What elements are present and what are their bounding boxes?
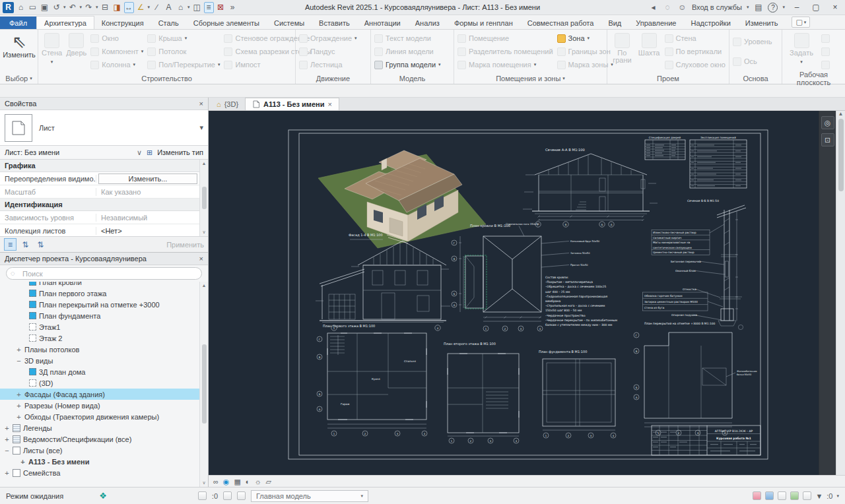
tree-group-schedules[interactable]: +Ведомости/Спецификации (все)	[0, 433, 208, 445]
scale-icon[interactable]: ∞	[213, 476, 219, 487]
tab-insert[interactable]: Вставить	[312, 16, 357, 29]
tab-massing[interactable]: Формы и генплан	[447, 16, 520, 29]
sheet-title-block[interactable]: АГПЗиС КР В10.2КЖ – АР Курсовая работа №…	[652, 425, 760, 455]
view-tab-close-icon[interactable]: ×	[328, 100, 332, 108]
room-button[interactable]: Помещение	[457, 33, 553, 44]
close-hidden-windows-icon[interactable]: ⊠	[216, 2, 226, 13]
tab-systems[interactable]: Системы	[267, 16, 312, 29]
tree-item-view[interactable]: 3Д план дома	[0, 366, 208, 377]
filter-icon[interactable]: ▼	[815, 492, 823, 500]
tree-group-elevations[interactable]: +Фасады (Фасад здания)	[0, 389, 208, 400]
app-store-icon[interactable]: ▤	[753, 2, 763, 13]
steering-wheel-icon[interactable]: ◎	[821, 116, 834, 129]
press-drag-icon[interactable]	[765, 491, 774, 500]
edit-type-button[interactable]: Изменить тип	[157, 148, 203, 156]
apply-button[interactable]: Применить	[166, 241, 204, 249]
sort-default-button[interactable]: ≡	[4, 238, 17, 251]
view-tab-3d[interactable]: ⌂{3D}	[210, 98, 245, 110]
area-boundary-button[interactable]: Границы зон	[557, 46, 613, 57]
table-room-schedule[interactable]: Экспликация помещений	[690, 136, 747, 189]
aligned-dimension-icon[interactable]: ↔	[124, 2, 134, 13]
browser-scrollbar[interactable]: ▲∨	[199, 282, 208, 487]
grid-button[interactable]: Ось	[733, 56, 772, 67]
tree-group-3d-views[interactable]: −3D виды	[0, 355, 208, 366]
door-button[interactable]: Дверь	[66, 31, 86, 72]
tab-manage[interactable]: Управление	[628, 16, 683, 29]
table-door-spec[interactable]: Спецификация дверей	[645, 136, 685, 160]
panel-select-label[interactable]: Выбор▾	[0, 73, 38, 84]
sync-caret-icon[interactable]: ▾	[63, 5, 66, 10]
type-selector-caret-icon[interactable]: ▾	[199, 123, 203, 132]
text-icon[interactable]: A	[164, 2, 174, 13]
minimize-button[interactable]: –	[790, 3, 804, 12]
default-3d-view-icon[interactable]: ⌂	[176, 2, 186, 13]
restore-button[interactable]: ▢	[809, 3, 823, 12]
section-identity[interactable]: Идентификация	[5, 201, 63, 208]
tree-group-ceiling-plans[interactable]: +Планы потолков	[0, 344, 208, 355]
undo-caret-icon[interactable]: ▾	[80, 5, 83, 10]
tree-group-sheets[interactable]: −Листы (все)	[0, 445, 208, 456]
stair-button[interactable]: Лестница	[299, 59, 357, 71]
set-workplane-button[interactable]: Задать▾	[786, 31, 817, 72]
window-button[interactable]: Окно	[90, 33, 143, 44]
area-button[interactable]: Зона▾	[557, 33, 613, 44]
back-caret-icon[interactable]: ◂	[648, 2, 658, 13]
tree-group-walkthroughs[interactable]: +Обходы (Траектория движения камеры)	[0, 411, 208, 422]
view-section-aa[interactable]: Сечение А-А В М1:100 Г	[523, 148, 658, 227]
exclude-options-icon[interactable]	[753, 491, 761, 500]
open-icon[interactable]: ▭	[28, 2, 38, 13]
view-caret-icon[interactable]: ▾	[187, 5, 190, 10]
tab-addins[interactable]: Надстройки	[683, 16, 737, 29]
pin-icon[interactable]	[803, 491, 811, 500]
thin-lines-icon[interactable]: ≡	[204, 2, 214, 13]
canvas-vertical-scrollbar[interactable]: ▲	[836, 111, 845, 475]
instance-caret-icon[interactable]: ∨	[137, 148, 142, 157]
view-section-bb[interactable]: Сечение Б-Б В М1:50 Известково-песчаный …	[643, 199, 747, 330]
room-separator-button[interactable]: Разделитель помещений	[457, 46, 553, 57]
tab-structure[interactable]: Конструкция	[94, 16, 151, 29]
viewer-button[interactable]	[821, 59, 830, 71]
tree-item-view[interactable]: План фундамента	[0, 310, 208, 321]
ribbon-display-toggle[interactable]: ▢▾	[792, 16, 810, 28]
view-floor1-plan[interactable]: План первого этажа В М1:100 Спальня Кухн…	[317, 324, 427, 436]
room-tag-button[interactable]: Марка помещения▾	[457, 59, 553, 71]
visual-style-icon[interactable]: ◐	[246, 476, 250, 487]
editing-requests-icon[interactable]	[198, 491, 207, 500]
search-icon[interactable]: ◌	[663, 2, 673, 13]
links-icon[interactable]	[790, 491, 799, 500]
scroll-up-icon[interactable]: ▲	[838, 111, 844, 117]
measure-icon[interactable]: ∠	[136, 2, 146, 13]
opening-by-face-button[interactable]: По грани	[611, 31, 634, 72]
browser-close-icon[interactable]: ×	[199, 255, 203, 263]
text-roof-composition[interactable]: Состав кровли: –Покрытие – металлочерепи…	[545, 276, 617, 327]
view-elevation[interactable]: 1 4	[316, 241, 450, 331]
detail-level-icon[interactable]: ▦	[234, 476, 240, 487]
tree-group-sections[interactable]: +Разрезы (Номер вида)	[0, 400, 208, 411]
view-foundation-plan[interactable]: План фундамента В М1:100 1 2 3 4	[539, 350, 616, 438]
properties-scrollbar[interactable]: ▲∨	[199, 160, 208, 236]
drawing-area[interactable]: Фасад 1-4 В М1:100	[209, 111, 845, 475]
column-button[interactable]: Колонна▾	[90, 59, 143, 71]
sign-in-label[interactable]: Вход в службы	[692, 3, 742, 11]
status-caret-icon[interactable]: ▾	[836, 493, 839, 499]
sync-icon[interactable]: ↺	[51, 2, 61, 13]
sun-path-icon[interactable]: ☼	[255, 476, 261, 487]
tree-item-view[interactable]: Этаж1	[0, 321, 208, 332]
view-tab-a113[interactable]: A113 - Без имени×	[245, 98, 339, 110]
tree-item-view[interactable]: (3D)	[0, 377, 208, 389]
crop-view-icon[interactable]: ▱	[266, 476, 271, 487]
section-graphics[interactable]: Графика	[5, 162, 36, 170]
tree-item-sheet-a113[interactable]: +A113 - Без имени	[0, 456, 208, 467]
modify-button[interactable]: ⇖ Изменить	[3, 31, 35, 72]
measure-caret-icon[interactable]: ▾	[148, 5, 151, 10]
close-button[interactable]: ×	[828, 3, 842, 12]
tree-item-view[interactable]: План первого этажа	[0, 288, 208, 299]
railing-button[interactable]: Ограждение▾	[299, 33, 357, 44]
workset-dialog-icon[interactable]	[237, 491, 246, 500]
undo-icon[interactable]: ↶	[68, 2, 78, 13]
roof-button[interactable]: Крыша▾	[147, 33, 220, 44]
sign-in-caret-icon[interactable]: ▾	[747, 5, 749, 10]
tab-analyze[interactable]: Анализ	[408, 16, 447, 29]
sort-az-button[interactable]: ⇅	[19, 238, 32, 251]
level-button[interactable]: Уровень	[733, 36, 772, 47]
